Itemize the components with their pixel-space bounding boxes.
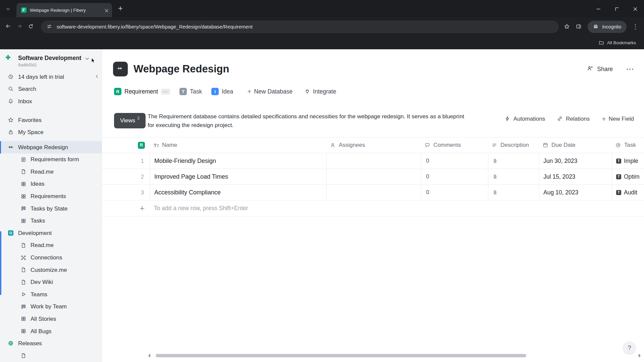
comments-cell[interactable]: 0	[421, 185, 488, 200]
sidebar-item-my-space[interactable]: My Space	[0, 126, 102, 139]
collapse-sidebar-button[interactable]	[113, 62, 128, 76]
name-cell[interactable]: Accessibility Compliance	[150, 185, 326, 200]
site-info-icon[interactable]	[47, 24, 52, 29]
side-panel-icon[interactable]	[576, 24, 582, 30]
sidebar-item-ideas[interactable]: Ideas	[0, 178, 102, 190]
sidebar-item-all-bugs[interactable]: All Bugs	[0, 325, 102, 338]
sidebar-item-releases[interactable]: Releases	[0, 338, 102, 350]
relations-button[interactable]: Relations	[557, 116, 590, 122]
assignees-cell[interactable]	[326, 185, 421, 200]
description-cell[interactable]	[488, 153, 539, 169]
due-date-cell[interactable]: Aug 10, 2023	[539, 185, 612, 200]
hscroll-right-arrow[interactable]	[639, 354, 641, 358]
bookmark-star-icon[interactable]	[564, 24, 570, 30]
task-chip-icon: T	[616, 159, 621, 164]
name-cell[interactable]: Mobile-Friendly Design	[150, 153, 326, 169]
task-cell[interactable]: T Optim	[612, 169, 644, 184]
more-menu-icon[interactable]: ⋯	[626, 64, 635, 74]
incognito-badge: Incognito	[588, 21, 627, 33]
due-date-cell[interactable]: Jul 15, 2023	[539, 169, 612, 184]
sidebar-item-connections[interactable]: Connections	[0, 252, 102, 264]
table-row[interactable]: 3 Accessibility Compliance 0 Aug 10, 202…	[102, 185, 644, 200]
sidebar-item-tasks-by-state[interactable]: Tasks by State	[0, 202, 102, 215]
assignees-cell[interactable]	[326, 169, 421, 184]
task-cell[interactable]: T Audit	[612, 185, 644, 200]
window-close-icon[interactable]	[633, 6, 637, 11]
address-bar[interactable]: software-development.fibery.io/fibery/sp…	[41, 20, 559, 33]
description-cell[interactable]	[488, 169, 539, 184]
sidebar-item-partial[interactable]	[0, 350, 102, 362]
horizontal-scrollbar[interactable]	[156, 354, 526, 357]
integrate-button[interactable]: Integrate	[305, 88, 336, 95]
column-label: Due Date	[551, 142, 576, 148]
browser-tab[interactable]: Webpage Redesign | Fibery	[16, 3, 112, 17]
chevron-down-icon[interactable]	[85, 56, 89, 61]
document-filled-icon	[492, 158, 498, 164]
relations-icon	[557, 116, 563, 122]
tab-more-icon[interactable]: ⋯	[161, 89, 170, 95]
sidebar-item-work-by-team[interactable]: Work by Team	[0, 301, 102, 313]
comments-cell[interactable]: 0	[421, 169, 488, 184]
new-tab-button[interactable]: +	[118, 3, 123, 13]
views-button[interactable]: Views 3	[114, 113, 146, 128]
sidebar-item-requirements-form[interactable]: Requirements form	[0, 154, 102, 166]
sidebar-item-webpage-redesign[interactable]: Webpage Redesign	[0, 141, 102, 154]
column-header-comments[interactable]: Comments	[421, 137, 488, 153]
trial-banner[interactable]: 14 days left in trial	[0, 71, 102, 83]
mouse-cursor	[90, 57, 97, 64]
sidebar-item-readme[interactable]: Read.me	[0, 166, 102, 178]
hscroll-left-arrow[interactable]	[148, 354, 150, 358]
column-header-description[interactable]: Description	[488, 137, 539, 153]
sidebar-item-search[interactable]: Search	[0, 83, 102, 96]
column-header-due-date[interactable]: Due Date	[539, 137, 612, 153]
tab-requirement[interactable]: R Requirement ⋯	[114, 88, 170, 95]
sidebar-item-label: Favorites	[18, 117, 42, 124]
reload-icon[interactable]	[28, 24, 34, 30]
all-bookmarks-button[interactable]: All Bookmarks	[607, 40, 636, 45]
url-text[interactable]: software-development.fibery.io/fibery/sp…	[57, 24, 253, 29]
table-row[interactable]: 2 Improved Page Load Times 0 Jul 15, 202…	[102, 169, 644, 185]
forward-icon[interactable]	[17, 23, 23, 30]
assignees-cell[interactable]	[326, 153, 421, 169]
comments-cell[interactable]: 0	[421, 153, 488, 169]
description-cell[interactable]	[488, 185, 539, 200]
sidebar-item-tasks[interactable]: Tasks	[0, 215, 102, 227]
sidebar-item-inbox[interactable]: Inbox	[0, 96, 102, 108]
sidebar-item-requirements[interactable]: Requirements	[0, 190, 102, 203]
add-row-plus-icon[interactable]: +	[102, 200, 150, 216]
window-minimize-icon[interactable]	[596, 6, 600, 11]
sidebar-item-favorites[interactable]: Favorites	[0, 114, 102, 126]
share-button[interactable]: Share	[587, 66, 613, 73]
new-database-button[interactable]: + New Database	[247, 88, 292, 95]
sidebar-item-teams[interactable]: Teams	[0, 289, 102, 301]
window-maximize-icon[interactable]	[614, 7, 619, 11]
name-cell[interactable]: Improved Page Load Times	[150, 169, 326, 184]
tab-close-icon[interactable]	[104, 8, 108, 12]
column-header-task[interactable]: Task	[612, 137, 644, 153]
sidebar-item-all-stories[interactable]: All Stories	[0, 313, 102, 325]
new-field-button[interactable]: + New Field	[602, 116, 634, 122]
sidebar-collapse-icon[interactable]	[94, 74, 100, 79]
column-header-name[interactable]: TT Name	[150, 137, 326, 153]
sidebar-item-readme-dev[interactable]: Read.me	[0, 239, 102, 252]
sidebar-item-customize-me[interactable]: Customize.me	[0, 264, 102, 276]
browser-menu-icon[interactable]: ⋮	[632, 23, 639, 31]
tab-search-chevron-icon[interactable]	[5, 6, 10, 11]
sidebar-item-dev-wiki[interactable]: Dev Wiki	[0, 276, 102, 289]
task-cell[interactable]: T Imple	[612, 153, 644, 169]
help-button[interactable]: ?	[623, 342, 636, 354]
grid-icon	[21, 194, 26, 199]
view-actions: Automations Relations + New Field	[505, 116, 634, 122]
share-person-icon	[587, 66, 594, 72]
automations-button[interactable]: Automations	[505, 116, 545, 122]
tab-idea[interactable]: I Idea	[211, 88, 233, 95]
add-row[interactable]: + To add a new row, press Shift+Enter	[102, 200, 644, 217]
share-label: Share	[597, 66, 613, 73]
table-row[interactable]: 1 Mobile-Friendly Design 0 Jun 30, 2023 …	[102, 153, 644, 169]
due-date-cell[interactable]: Jun 30, 2023	[539, 153, 612, 169]
back-icon[interactable]	[5, 23, 12, 30]
column-header-assignees[interactable]: Assignees	[326, 137, 421, 153]
sidebar-item-development[interactable]: Development	[0, 227, 102, 240]
workspace-switcher[interactable]: Software Development 6ad8d3d1	[0, 53, 102, 71]
tab-task[interactable]: T Task	[179, 88, 202, 95]
